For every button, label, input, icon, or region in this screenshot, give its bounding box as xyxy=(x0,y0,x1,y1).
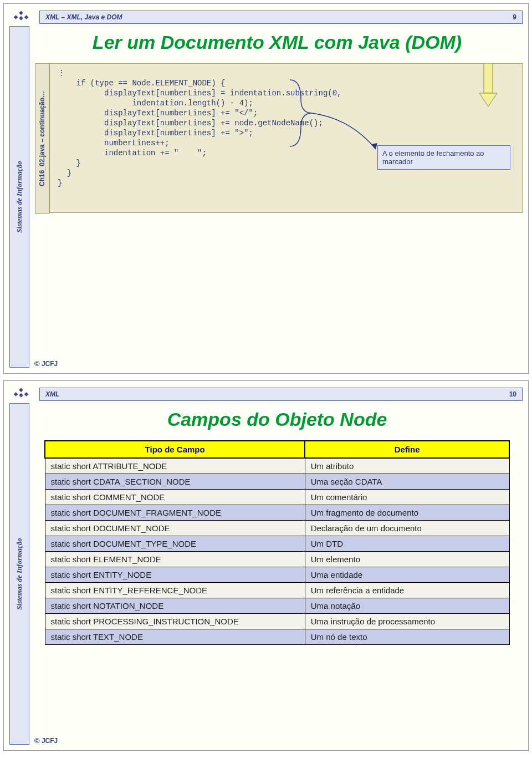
copyright-icon: © xyxy=(34,736,40,745)
file-tab: Ch16_02.java – continuação… xyxy=(35,63,49,214)
col-header-define: Define xyxy=(305,441,509,458)
svg-marker-10 xyxy=(19,393,23,398)
slide-content: Campos do Objeto Node Tipo de Campo Defi… xyxy=(32,403,523,728)
svg-marker-1 xyxy=(14,15,18,19)
svg-marker-9 xyxy=(24,392,29,396)
cell-type: static short COMMENT_NODE xyxy=(45,490,305,505)
cell-define: Uma notação xyxy=(305,598,509,614)
cell-type: static short DOCUMENT_FRAGMENT_NODE xyxy=(45,505,305,521)
table-row: static short NOTATION_NODEUma notação xyxy=(45,598,509,614)
svg-marker-3 xyxy=(19,16,23,21)
table-row: static short DOCUMENT_NODEDeclaração de … xyxy=(45,521,509,536)
arrow-down-icon xyxy=(476,63,500,110)
sidebar: Sistemas de Informação xyxy=(9,26,29,368)
cell-define: Um atributo xyxy=(305,458,509,474)
footer: © JCFJ xyxy=(34,736,58,745)
cell-define: Uma seção CDATA xyxy=(305,474,509,490)
cell-type: static short ENTITY_NODE xyxy=(45,567,305,583)
cell-define: Uma entidade xyxy=(305,567,509,583)
table-row: static short DOCUMENT_FRAGMENT_NODEUm fr… xyxy=(45,505,509,521)
cell-type: static short DOCUMENT_TYPE_NODE xyxy=(45,536,305,552)
table-row: static short CDATA_SECTION_NODEUma seção… xyxy=(45,474,509,490)
slide-content: Ler um Documento XML com Java (DOM) Ch16… xyxy=(32,26,523,351)
table-row: static short ENTITY_REFERENCE_NODEUm ref… xyxy=(45,583,509,598)
sidebar-label: Sistemas de Informação xyxy=(15,538,24,609)
cell-define: Um referência a entidade xyxy=(305,583,509,598)
slide-title: Ler um Documento XML com Java (DOM) xyxy=(32,32,523,53)
slide-title: Campos do Objeto Node xyxy=(32,409,523,430)
header-bar: XML – XML, Java e DOM 9 xyxy=(39,11,523,24)
table-row: static short ENTITY_NODEUma entidade xyxy=(45,567,509,583)
cell-type: static short ATTRIBUTE_NODE xyxy=(45,458,305,474)
footer-text: JCFJ xyxy=(42,360,58,368)
svg-rect-4 xyxy=(484,63,493,93)
sidebar-label: Sistemas de Informação xyxy=(15,161,24,232)
cell-type: static short CDATA_SECTION_NODE xyxy=(45,474,305,490)
svg-marker-8 xyxy=(14,392,18,396)
page-number: 10 xyxy=(509,390,516,398)
svg-marker-2 xyxy=(24,15,29,19)
table-row: static short ATTRIBUTE_NODEUm atributo xyxy=(45,458,509,474)
footer-text: JCFJ xyxy=(42,737,58,745)
cell-type: static short TEXT_NODE xyxy=(45,629,305,645)
table-row: static short DOCUMENT_TYPE_NODEUm DTD xyxy=(45,536,509,552)
table-row: static short TEXT_NODEUm nó de texto xyxy=(45,629,509,645)
cell-type: static short PROCESSING_INSTRUCTION_NODE xyxy=(45,614,305,629)
cell-define: Um comentário xyxy=(305,490,509,505)
sidebar: Sistemas de Informação xyxy=(9,403,29,745)
table-row: static short PROCESSING_INSTRUCTION_NODE… xyxy=(45,614,509,629)
code-box-wrap: Ch16_02.java – continuação… ⋮ if (type =… xyxy=(36,63,523,213)
header-bar: XML 10 xyxy=(39,388,523,401)
header-title: XML xyxy=(45,390,59,398)
slide-9: XML – XML, Java e DOM 9 Sistemas de Info… xyxy=(3,3,529,374)
cell-define: Um nó de texto xyxy=(305,629,509,645)
cell-define: Uma instrução de processamento xyxy=(305,614,509,629)
footer: © JCFJ xyxy=(34,359,58,368)
logo-icon xyxy=(11,386,32,401)
cell-type: static short ELEMENT_NODE xyxy=(45,552,305,567)
slide-10: XML 10 Sistemas de Informação Campos do … xyxy=(3,380,529,751)
cell-type: static short DOCUMENT_NODE xyxy=(45,521,305,536)
header-title: XML – XML, Java e DOM xyxy=(45,13,122,21)
svg-marker-7 xyxy=(19,388,23,393)
svg-marker-5 xyxy=(479,93,497,106)
table-row: static short ELEMENT_NODEUm elemento xyxy=(45,552,509,567)
callout-box: A o elemento de fechamento ao marcador xyxy=(377,145,510,170)
cell-define: Um elemento xyxy=(305,552,509,567)
logo-icon xyxy=(11,9,32,24)
cell-define: Declaração de um documento xyxy=(305,521,509,536)
cell-type: static short NOTATION_NODE xyxy=(45,598,305,614)
col-header-type: Tipo de Campo xyxy=(45,441,305,458)
cell-define: Um DTD xyxy=(305,536,509,552)
svg-marker-6 xyxy=(371,143,377,149)
cell-define: Um fragmento de documento xyxy=(305,505,509,521)
copyright-icon: © xyxy=(34,359,40,368)
svg-marker-0 xyxy=(19,11,23,16)
cell-type: static short ENTITY_REFERENCE_NODE xyxy=(45,583,305,598)
node-fields-table: Tipo de Campo Define static short ATTRIB… xyxy=(44,440,510,645)
file-label: Ch16_02.java – continuação… xyxy=(38,91,46,186)
table-row: static short COMMENT_NODEUm comentário xyxy=(45,490,509,505)
page-number: 9 xyxy=(513,13,516,21)
